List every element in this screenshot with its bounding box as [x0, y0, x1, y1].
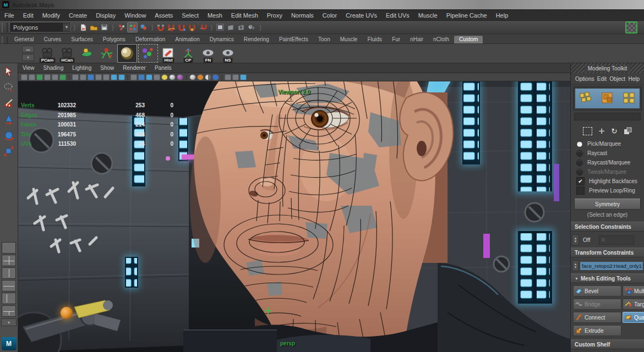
shelf-tab-toon[interactable]: Toon: [313, 36, 335, 43]
modeling-toolkit-toggle-icon[interactable]: [625, 21, 637, 34]
group-separator[interactable]: ⟩: [112, 24, 114, 31]
selection-constraints-header[interactable]: Selection Constraints: [571, 222, 644, 232]
snap-to-point-icon[interactable]: [177, 23, 187, 32]
shelf-tab-curves[interactable]: Curves: [39, 36, 67, 43]
menu-muscle[interactable]: Muscle: [414, 10, 442, 21]
menu-mesh[interactable]: Mesh: [203, 10, 227, 21]
connect-button[interactable]: Connect: [573, 312, 621, 323]
scale-tool-icon[interactable]: [2, 144, 17, 158]
menu-select[interactable]: Select: [177, 10, 203, 21]
radio-raycast[interactable]: Raycast: [571, 148, 644, 158]
select-object-icon[interactable]: [127, 22, 138, 32]
mtk-menu-options[interactable]: Options: [575, 76, 594, 82]
paint-select-tool-icon[interactable]: [2, 96, 17, 111]
menu-window[interactable]: Window: [120, 10, 150, 21]
vp-menu-show[interactable]: Show: [96, 65, 118, 71]
select-tool-icon[interactable]: [2, 64, 17, 79]
shelf-tab-surfaces[interactable]: Surfaces: [66, 36, 97, 43]
layout-single-pane-button[interactable]: [2, 242, 16, 254]
select-component-icon[interactable]: [139, 23, 148, 32]
expander-icon[interactable]: ▲▼: [572, 260, 579, 271]
menu-edit[interactable]: Edit: [19, 10, 38, 21]
menu-create[interactable]: Create: [64, 10, 91, 21]
shelf-tab-custom[interactable]: Custom: [454, 36, 483, 43]
rotate-tool-icon[interactable]: [2, 128, 17, 142]
layout-four-pane-button[interactable]: [2, 255, 16, 266]
safe-title-icon[interactable]: [118, 74, 125, 80]
menu-edit-uvs[interactable]: Edit UVs: [381, 10, 414, 21]
edge-mode-icon[interactable]: [601, 91, 615, 106]
layout-two-pane-side-button[interactable]: [2, 267, 16, 279]
group-separator[interactable]: ⟩: [73, 24, 76, 31]
layout-three-pane-button[interactable]: [2, 305, 16, 317]
vp-menu-lighting[interactable]: Lighting: [68, 65, 96, 71]
layout-two-pane-stacked-button[interactable]: [2, 280, 16, 292]
status-line-grip[interactable]: [2, 23, 8, 32]
vp-menu-shading[interactable]: Shading: [39, 65, 68, 71]
shelf-item-hist[interactable]: Hist: [159, 45, 178, 62]
shelf-item-plant-tool[interactable]: [97, 45, 116, 62]
shelf-tab-dynamics[interactable]: Dynamics: [205, 36, 239, 43]
shelf-tab-painteffects[interactable]: PaintEffects: [274, 36, 313, 43]
face-mode-icon[interactable]: [622, 91, 636, 106]
wireframe-icon[interactable]: [130, 74, 137, 80]
film-gate-icon[interactable]: [80, 74, 86, 80]
gamma-icon[interactable]: [232, 74, 239, 80]
target-weld-button[interactable]: Target Weld: [623, 299, 644, 310]
shadows-icon[interactable]: [161, 74, 168, 80]
menu-set-selector[interactable]: Polygons ▼: [9, 22, 71, 32]
shelf-item-hand-tool[interactable]: [78, 45, 96, 62]
checkbox-highlight-backfaces[interactable]: ✔ Highlight Backfaces: [571, 177, 644, 186]
menu-modify[interactable]: Modify: [38, 10, 64, 21]
radio-raycast-marquee[interactable]: Raycast/Marquee: [571, 158, 644, 167]
shelf-grip[interactable]: [2, 36, 8, 43]
vp-menu-renderer[interactable]: Renderer: [118, 65, 150, 71]
shelf-item-ns[interactable]: NS: [219, 45, 237, 62]
menu-file[interactable]: File: [0, 10, 19, 21]
selection-constraint-aux[interactable]: 0: [599, 235, 634, 245]
shelf-item-paint-tool[interactable]: [138, 44, 158, 63]
menu-color[interactable]: Color: [318, 10, 341, 21]
menu-edit-mesh[interactable]: Edit Mesh: [227, 10, 263, 21]
render-settings-icon[interactable]: [247, 23, 256, 32]
motion-blur-icon[interactable]: [177, 74, 183, 80]
shelf-tab-animation[interactable]: Animation: [170, 36, 204, 43]
move-manipulator-icon[interactable]: ✛: [599, 127, 605, 135]
vertex-mode-icon[interactable]: [579, 91, 593, 106]
mtk-menu-help[interactable]: Help: [628, 76, 640, 82]
screen-space-ao-icon[interactable]: [169, 74, 176, 80]
menu-normals[interactable]: Normals: [287, 10, 318, 21]
use-all-lights-icon[interactable]: [154, 74, 160, 80]
title-bar[interactable]: M Autodesk Maya: [0, 0, 644, 10]
viewport-canvas[interactable]: Verts 102332 253 0 Edges 201985 468 0 Fa…: [18, 81, 570, 352]
menu-assets[interactable]: Assets: [150, 10, 177, 21]
menu-pipeline-cache[interactable]: Pipeline Cache: [442, 10, 492, 21]
quad-draw-button[interactable]: Quad Draw: [623, 312, 644, 323]
radio-pick-marquee[interactable]: Pick/Marquee: [571, 139, 644, 148]
shelf-tab-rendering[interactable]: Rendering: [239, 36, 274, 43]
shelf-item-fn[interactable]: FN: [199, 45, 217, 62]
layout-menu-button[interactable]: ▼: [1, 318, 17, 326]
group-separator[interactable]: ⟩: [259, 24, 262, 31]
shelf-tab-nhair[interactable]: nHair: [405, 36, 428, 43]
multi-cut-button[interactable]: Multi-Cut: [623, 285, 644, 296]
rotate-manipulator-icon[interactable]: ↻: [612, 127, 618, 135]
gate-mask-icon[interactable]: [95, 74, 102, 80]
menu-proxy[interactable]: Proxy: [263, 10, 287, 21]
view-transform-icon[interactable]: [240, 74, 247, 80]
render-view-icon[interactable]: [216, 23, 225, 32]
field-chart-icon[interactable]: [103, 74, 110, 80]
snap-to-grid-icon[interactable]: [156, 23, 166, 32]
mtk-menu-object[interactable]: Object: [609, 76, 625, 82]
camera-attributes-icon[interactable]: [36, 74, 43, 80]
two-d-pan-zoom-icon[interactable]: [59, 74, 66, 80]
extrude-button[interactable]: Extrude: [573, 325, 621, 336]
make-live-icon[interactable]: [198, 23, 208, 32]
save-scene-icon[interactable]: [100, 23, 109, 32]
shaded-icon[interactable]: [138, 74, 145, 80]
depth-of-field-icon[interactable]: [197, 74, 204, 80]
shelf-tab-ncloth[interactable]: nCloth: [428, 36, 454, 43]
safe-action-icon[interactable]: [111, 74, 117, 80]
shelf-tab-fur[interactable]: Fur: [387, 36, 405, 43]
multisample-aa-icon[interactable]: [189, 74, 196, 80]
